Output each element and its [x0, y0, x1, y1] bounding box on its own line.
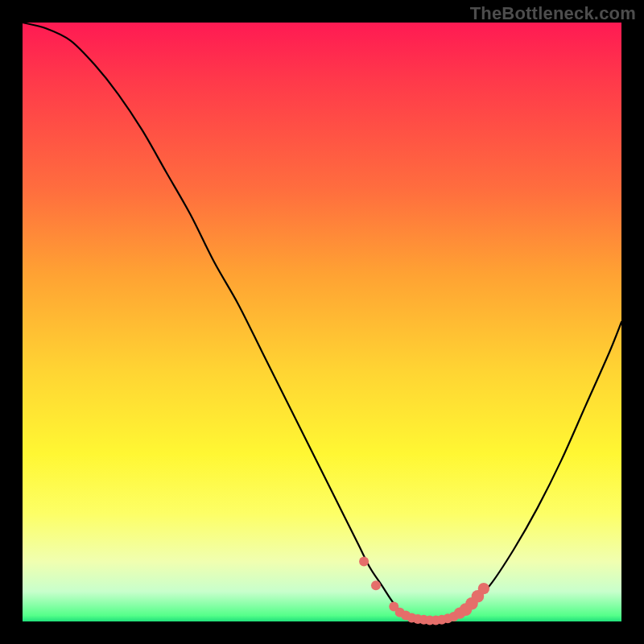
bottleneck-curve	[23, 23, 621, 621]
curve-marker	[359, 557, 369, 567]
watermark-text: TheBottleneck.com	[470, 3, 636, 24]
chart-svg	[23, 23, 621, 621]
chart-frame: TheBottleneck.com	[0, 0, 644, 644]
curve-marker	[478, 583, 489, 594]
curve-markers	[359, 557, 489, 625]
curve-marker	[371, 580, 381, 590]
chart-plot-area	[23, 23, 621, 621]
